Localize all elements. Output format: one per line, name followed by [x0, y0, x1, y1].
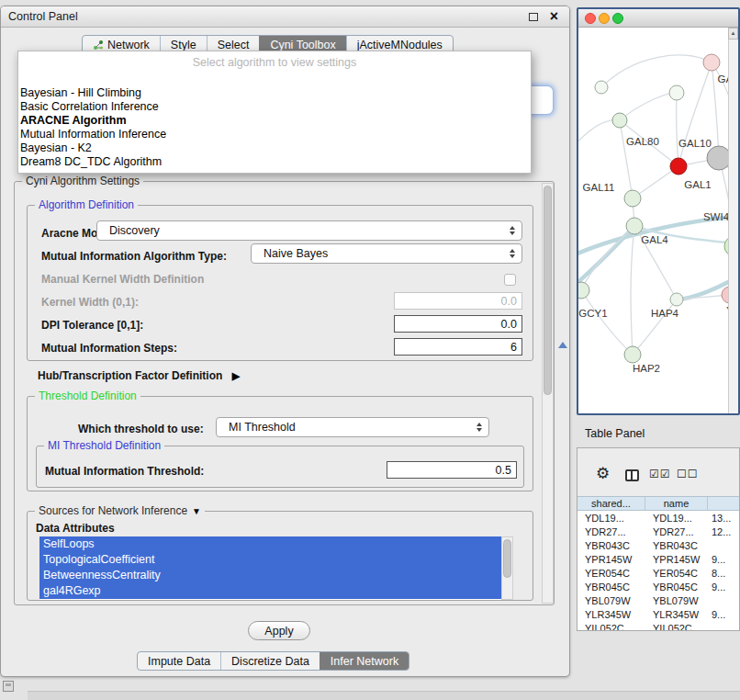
dropdown-item[interactable]: Mutual Information Inference	[18, 128, 531, 141]
cell: YPR145W	[645, 552, 708, 566]
column-header-name[interactable]: name	[645, 497, 708, 510]
hub-transcription-factor-section[interactable]: Hub/Transcription Factor Definition ▶	[38, 369, 240, 382]
network-node[interactable]	[703, 54, 720, 71]
tab-label: Style	[171, 39, 196, 51]
table-body: YDL19... YDL19... 13... YDR27... YDR27..…	[577, 511, 739, 630]
table-row[interactable]: YER054C YER054C 8...	[577, 566, 739, 580]
attributes-list-scrollbar[interactable]	[501, 536, 513, 600]
network-node-red[interactable]	[670, 158, 687, 175]
which-threshold-select[interactable]: MI Threshold	[216, 417, 489, 437]
node-label[interactable]: HAP4	[651, 308, 678, 319]
apply-button[interactable]: Apply	[248, 621, 310, 640]
data-attributes-list[interactable]: SelfLoops TopologicalCoefficient Between…	[39, 536, 513, 600]
network-node[interactable]	[626, 218, 643, 234]
cell: YBR045C	[577, 580, 645, 593]
bottom-tab-impute-data[interactable]: Impute Data	[138, 652, 220, 670]
dropdown-item-selected[interactable]: ARACNE Algorithm	[18, 114, 531, 128]
expanded-arrow-icon[interactable]: ▼	[192, 506, 201, 516]
close-traffic-light[interactable]	[585, 13, 596, 24]
splitter-toggle-arrow[interactable]	[558, 342, 567, 348]
show-columns-icon[interactable]	[625, 469, 639, 481]
node-label[interactable]: GAL10	[678, 138, 712, 149]
field-value: 0.0	[501, 318, 517, 331]
node-label[interactable]: GAL80	[626, 136, 659, 147]
table-row[interactable]: YDR27... YDR27... 12...	[577, 525, 739, 538]
node-label[interactable]: GAL4	[641, 234, 667, 245]
kernel-width-label: Kernel Width (0,1):	[41, 296, 139, 309]
table-row[interactable]: YIL052C YIL052C	[577, 621, 739, 631]
network-edge	[581, 290, 633, 355]
column-header-clipped[interactable]	[708, 497, 739, 510]
bottom-tab-discretize-data[interactable]: Discretize Data	[220, 652, 320, 670]
cell: 9...	[708, 552, 739, 566]
network-node[interactable]	[670, 293, 683, 306]
table-row[interactable]: YPR145W YPR145W 9...	[577, 552, 739, 566]
gear-icon[interactable]: ⚙	[596, 464, 610, 483]
table-row[interactable]: YBL079W YBL079W	[577, 593, 739, 607]
table-row[interactable]: YBR043C YBR043C	[577, 538, 739, 552]
mi-threshold-field[interactable]: 0.5	[387, 461, 517, 479]
group-title: Cyni Algorithm Settings	[22, 175, 143, 187]
unselect-all-columns-icon[interactable]: ☐☐	[677, 468, 699, 480]
collapsed-arrow-icon[interactable]: ▶	[232, 370, 240, 382]
horizontal-scrollbar[interactable]	[28, 691, 740, 700]
network-node[interactable]	[612, 113, 627, 128]
network-node[interactable]	[624, 190, 641, 207]
minimize-traffic-light[interactable]	[599, 13, 610, 24]
zoom-traffic-light[interactable]	[612, 13, 623, 24]
cell: YBR043C	[645, 538, 708, 552]
node-label[interactable]: SWI4	[703, 211, 729, 222]
list-item[interactable]: TopologicalCoefficient	[39, 552, 501, 568]
manual-kernel-width-checkbox[interactable]	[504, 274, 516, 286]
dropdown-item[interactable]: Bayesian - Hill Climbing	[18, 86, 531, 100]
table-row[interactable]: YDL19... YDL19... 13...	[577, 511, 739, 525]
control-panel-titlebar[interactable]: Control Panel ×	[1, 6, 569, 28]
network-vertical-scrollbar[interactable]	[728, 40, 738, 413]
node-label[interactable]: GAL11	[583, 182, 615, 193]
dropdown-item[interactable]: Bayesian - K2	[18, 141, 531, 155]
float-window-icon[interactable]	[529, 13, 538, 21]
network-node[interactable]	[578, 282, 589, 299]
node-label[interactable]: HAP2	[633, 363, 660, 374]
tab-label: Select	[218, 39, 250, 51]
column-header-shared-name[interactable]: shared...	[577, 497, 645, 510]
bottom-tab-infer-network[interactable]: Infer Network	[320, 652, 409, 670]
manual-kernel-width-label: Manual Kernel Width Definition	[41, 273, 204, 286]
settings-scrollbar[interactable]	[542, 183, 554, 604]
screen: Control Panel × Network Style Select Cyn…	[0, 0, 740, 700]
attributes-list-scrollbar-thumb[interactable]	[503, 539, 511, 578]
list-item[interactable]: SelfLoops	[39, 536, 501, 552]
cell: YLR345W	[645, 607, 708, 621]
close-window-icon[interactable]: ×	[550, 8, 558, 25]
cell: 8...	[708, 566, 739, 580]
aracne-mode-select[interactable]: Discovery	[96, 220, 522, 241]
tab-label: Cyni Toolbox	[270, 39, 335, 51]
tab-label: Infer Network	[331, 655, 398, 668]
network-edge	[620, 93, 677, 120]
field-value: 0.5	[496, 464, 511, 477]
node-label[interactable]: GAL1	[684, 179, 711, 190]
settings-scrollbar-thumb[interactable]	[544, 186, 552, 395]
table-row[interactable]: YBR045C YBR045C 9...	[577, 580, 739, 593]
cell	[708, 538, 739, 552]
network-node[interactable]	[669, 85, 684, 100]
select-all-columns-icon[interactable]: ☑☑	[649, 468, 671, 480]
scroll-up-arrow-icon[interactable]: ▲	[728, 28, 738, 40]
dropdown-item-list: Bayesian - Hill Climbing Basic Correlati…	[18, 86, 531, 169]
network-node[interactable]	[595, 81, 608, 94]
node-label[interactable]: GCY1	[578, 308, 607, 319]
table-row[interactable]: YLR345W YLR345W 9...	[577, 607, 739, 621]
dropdown-item[interactable]: Dream8 DC_TDC Algorithm	[18, 155, 531, 169]
minimized-panel-icon[interactable]	[3, 681, 14, 692]
dropdown-item[interactable]: Basic Correlation Inference	[18, 100, 531, 114]
network-node[interactable]	[624, 346, 641, 363]
mi-steps-field[interactable]: 6	[394, 338, 522, 356]
dpi-tolerance-field[interactable]: 0.0	[394, 315, 522, 333]
kernel-width-field[interactable]: 0.0	[394, 292, 522, 310]
mi-algorithm-type-select[interactable]: Naive Bayes	[251, 243, 522, 264]
algorithm-dropdown-popup: Select algorithm to view settings Bayesi…	[17, 51, 532, 174]
group-title: Algorithm Definition	[35, 198, 138, 211]
network-window-titlebar[interactable]	[578, 9, 738, 28]
list-item[interactable]: gal4RGexp	[39, 583, 501, 599]
list-item[interactable]: BetweennessCentrality	[39, 568, 501, 583]
